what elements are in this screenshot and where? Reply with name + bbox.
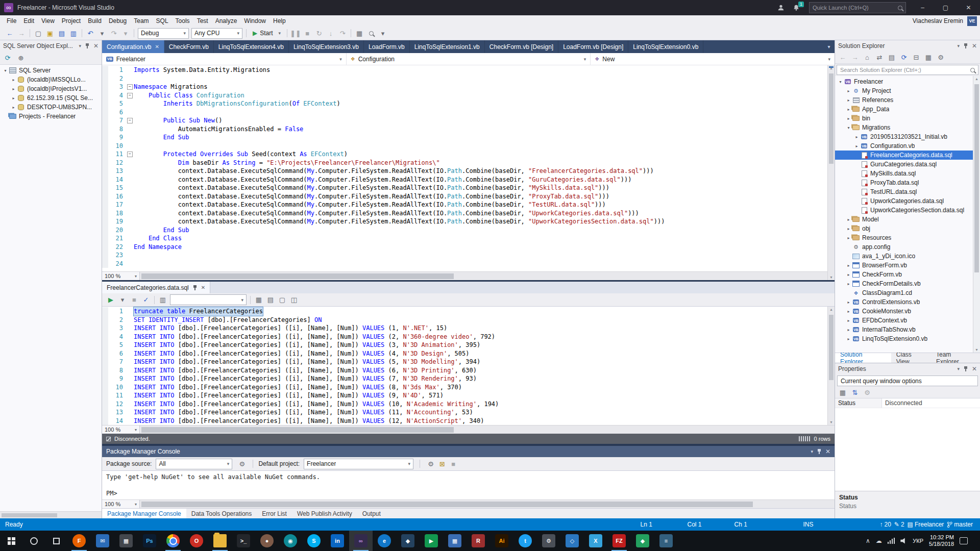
tree-vertical-scrollbar[interactable] [973,76,980,353]
step-into-icon[interactable]: ↓ [325,28,336,39]
code-line[interactable]: 4INSERT INTO [dbo].[FreelancerCategories… [102,333,835,341]
tree-arrow-icon[interactable]: ▸ [845,116,852,121]
props-pages-icon[interactable]: ⚙ [862,387,873,398]
tree-item[interactable]: FreelancerCategories.data.sql [835,151,980,160]
tree-item[interactable]: ▾Freelancer [835,77,980,86]
pin-icon[interactable] [963,366,968,372]
tree-arrow-icon[interactable]: ▸ [845,98,852,103]
save-icon[interactable]: ▤ [56,28,67,39]
taskbar-app-xamarin[interactable]: X [584,531,607,551]
code-line[interactable]: 3INSERT INTO [dbo].[FreelancerCategories… [102,324,835,333]
close-icon[interactable]: ✕ [201,285,205,290]
stop-icon[interactable]: ■ [302,28,313,39]
tray-chevron-up-icon[interactable]: ∧ [866,537,870,544]
pin-icon[interactable] [85,43,90,49]
code-line[interactable]: 12INSERT INTO [dbo].[FreelancerCategorie… [102,400,835,409]
pin-icon[interactable] [817,448,822,455]
zoom-combo[interactable]: 100 % ▾ [102,425,140,434]
tree-arrow-icon[interactable]: ▸ [845,263,852,268]
ssox-refresh-icon[interactable]: ⟳ [2,53,13,64]
build-icon[interactable]: ▦ [354,28,365,39]
code-line[interactable]: 2 [102,74,835,83]
tree-arrow-icon[interactable]: ▸ [845,337,852,341]
editor-horizontal-scrollbar[interactable] [140,272,835,280]
save-all-icon[interactable]: ▥ [68,28,79,39]
bottom-tab[interactable]: Error List [257,509,292,518]
taskbar-app-filezilla[interactable]: FZ [607,531,631,551]
execute-query-icon[interactable]: ▶ [105,294,116,306]
document-tab[interactable]: LinqToSqlExtension3.vb [289,40,364,53]
window-position-icon[interactable]: ▾ [957,43,960,48]
menu-build[interactable]: Build [84,16,105,26]
taskbar-app-app-grid[interactable]: ▦ [114,531,138,551]
properties-object-combo[interactable]: Current query window options [837,375,978,386]
tree-arrow-icon[interactable]: ▾ [845,126,852,130]
pmc-console-output[interactable]: Type 'get-help NuGet' to see all availab… [102,471,835,499]
results-file-icon[interactable]: ▢ [277,294,288,306]
code-line[interactable]: 1Imports System.Data.Entity.Migrations [102,66,835,74]
tree-arrow-icon[interactable]: ▸ [10,87,17,91]
tree-item[interactable]: ▸(localdb)\MSSQLLo... [0,75,102,84]
code-line[interactable]: 7 Public Sub New() [102,116,835,125]
close-panel-icon[interactable]: ✕ [825,448,830,455]
code-line[interactable]: 5 Inherits DbMigrationsConfiguration(Of … [102,99,835,108]
window-position-icon[interactable]: ▾ [79,43,81,48]
platform-combo[interactable]: Any CPU▾ [191,28,242,39]
taskbar-app-photoshop[interactable]: Ps [138,531,161,551]
tree-item[interactable]: UpworkCategoriesSection.data.sql [835,206,980,215]
explorer-tab[interactable]: Team Explorer [931,353,980,363]
tree-arrow-icon[interactable]: ▸ [845,107,852,112]
database-combo[interactable]: ▾ [170,294,247,305]
status-line[interactable]: Ln 1 [641,521,688,528]
tree-item[interactable]: ▸EFDbContext.vb [835,316,980,325]
window-position-icon[interactable]: ▾ [957,366,960,371]
tree-arrow-icon[interactable]: ▾ [837,80,844,84]
bottom-tab[interactable]: Web Publish Activity [292,509,357,518]
user-avatar[interactable]: VE [967,16,977,26]
se-pending-changes-icon[interactable]: ▤ [886,52,897,63]
status-character[interactable]: Ch 1 [734,521,803,528]
bottom-tab[interactable]: Output [357,509,386,518]
tree-arrow-icon[interactable]: ▾ [2,68,9,73]
tree-item[interactable]: ▸App_Data [835,105,980,114]
type-combo[interactable]: ❖ Configuration ▾ [347,53,591,65]
window-position-icon[interactable]: ▾ [811,449,813,454]
taskbar-app-linkedin[interactable]: in [326,531,349,551]
code-line[interactable]: 9 End Sub [102,133,835,142]
cortana-search-button[interactable] [22,531,45,551]
menu-tools[interactable]: Tools [172,16,193,26]
pmc-stop-icon[interactable]: ■ [448,458,459,469]
package-source-combo[interactable]: All ▾ [156,459,232,469]
tree-item[interactable]: ▸obj [835,224,980,233]
taskbar-app-edge[interactable]: e [373,531,396,551]
language-indicator[interactable]: УКР [913,538,923,544]
taskbar-app-app-teal[interactable]: ◉ [279,531,302,551]
se-switch-views-icon[interactable]: ⇄ [874,52,885,63]
project-scope-combo[interactable]: VB Freelancer ▾ [102,53,347,65]
code-line[interactable]: 8INSERT INTO [dbo].[FreelancerCategories… [102,366,835,375]
tree-item[interactable]: ▸201905131203521_Initial.vb [835,132,980,141]
tree-item[interactable]: ▸My Project [835,86,980,95]
props-alphabetical-icon[interactable]: ⇅ [849,387,861,398]
task-view-button[interactable] [45,531,67,551]
close-icon[interactable]: ✕ [155,44,159,49]
taskbar-app-twitter[interactable]: t [513,531,537,551]
unpushed-commits-indicator[interactable]: ↑20 [880,521,891,528]
tree-item[interactable]: ClassDiagram1.cd [835,288,980,297]
volume-icon[interactable] [900,538,907,544]
pin-icon[interactable] [963,43,968,49]
navigate-forward-icon[interactable]: → [16,28,27,39]
document-tab[interactable]: LinqToSqlExtension0.vb [628,40,703,53]
taskbar-app-illustrator[interactable]: Ai [490,531,513,551]
taskbar-app-file-explorer[interactable] [208,531,232,551]
step-over-icon[interactable]: ↷ [337,28,348,39]
taskbar-app-app-green[interactable]: ◆ [631,531,654,551]
toolbar-overflow-icon[interactable]: ▾ [377,28,388,39]
undo-icon[interactable]: ↶ [85,28,96,39]
tree-item[interactable]: ava_1_yDi_icon.ico [835,252,980,261]
taskbar-app-linqpad[interactable]: ▶ [420,531,443,551]
pending-edits-indicator[interactable]: ✎2 [894,521,904,528]
document-tab[interactable]: LoadForm.vb [Design] [558,40,628,53]
tree-arrow-icon[interactable]: ▸ [845,318,852,323]
tray-cloud-icon[interactable]: ☁ [876,537,882,544]
